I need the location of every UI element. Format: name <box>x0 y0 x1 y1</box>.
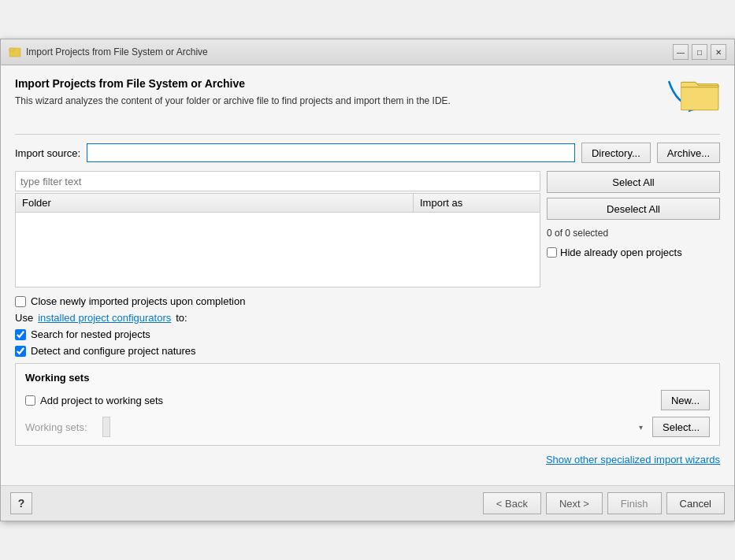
working-sets-label: Working sets: <box>25 421 96 433</box>
window-icon <box>9 46 21 58</box>
header-text-area: Import Projects from File System or Arch… <box>15 77 665 108</box>
directory-button[interactable]: Directory... <box>581 143 651 163</box>
nav-buttons: < Back Next > Finish Cancel <box>483 492 725 514</box>
import-source-label: Import source: <box>15 147 80 159</box>
col-folder: Folder <box>16 194 414 212</box>
close-button[interactable]: ✕ <box>711 44 726 60</box>
hide-open-row: Hide already open projects <box>547 247 720 258</box>
bottom-bar: ? < Back Next > Finish Cancel <box>1 485 734 521</box>
show-wizards-link[interactable]: Show other specialized import wizards <box>546 454 720 465</box>
table-header: Folder Import as <box>16 194 540 213</box>
right-panel: Select All Deselect All 0 of 0 selected … <box>547 171 720 287</box>
working-sets-dropdown[interactable] <box>102 417 110 437</box>
svg-rect-2 <box>681 83 718 109</box>
hide-open-label: Hide already open projects <box>560 247 682 258</box>
detect-option-row: Detect and configure project natures <box>15 345 720 357</box>
new-working-set-button[interactable]: New... <box>661 390 710 410</box>
header-description: This wizard analyzes the content of your… <box>15 95 665 108</box>
working-sets-add-row: Add project to working sets New... <box>25 390 710 410</box>
select-all-button[interactable]: Select All <box>547 171 720 193</box>
title-bar-left: Import Projects from File System or Arch… <box>9 46 208 58</box>
filter-input[interactable] <box>15 171 540 191</box>
cancel-button[interactable]: Cancel <box>666 492 725 514</box>
configurators-link[interactable]: installed project configurators <box>38 312 171 324</box>
selected-count: 0 of 0 selected <box>547 228 720 239</box>
next-button[interactable]: Next > <box>546 492 603 514</box>
hide-open-checkbox[interactable] <box>547 247 557 258</box>
archive-button[interactable]: Archive... <box>657 143 720 163</box>
search-label: Search for nested projects <box>31 328 150 340</box>
main-window: Import Projects from File System or Arch… <box>0 39 735 521</box>
use-suffix: to: <box>176 312 187 324</box>
select-working-set-button[interactable]: Select... <box>652 417 710 437</box>
close-label: Close newly imported projects upon compl… <box>31 295 245 307</box>
header-icon-area <box>665 77 720 124</box>
minimize-button[interactable]: — <box>673 44 689 60</box>
main-area: Folder Import as Select All Deselect All… <box>15 171 720 287</box>
table-container: Folder Import as <box>15 193 540 287</box>
detect-label: Detect and configure project natures <box>31 345 196 357</box>
dropdown-arrow-icon: ▾ <box>639 423 643 432</box>
svg-rect-1 <box>9 48 14 51</box>
maximize-button[interactable]: □ <box>692 44 707 60</box>
add-to-working-sets-checkbox[interactable] <box>25 395 35 406</box>
left-panel: Folder Import as <box>15 171 540 287</box>
col-import: Import as <box>414 194 540 212</box>
import-source-input[interactable] <box>87 143 575 162</box>
close-option-row: Close newly imported projects upon compl… <box>15 295 720 307</box>
add-working-sets-label: Add project to working sets <box>40 395 163 406</box>
working-sets-section: Working sets Add project to working sets… <box>15 363 720 446</box>
title-bar: Import Projects from File System or Arch… <box>1 39 734 65</box>
options-section: Close newly imported projects upon compl… <box>15 295 720 357</box>
finish-button[interactable]: Finish <box>607 492 662 514</box>
window-title: Import Projects from File System or Arch… <box>26 46 208 57</box>
working-sets-dropdown-wrapper: ▾ <box>102 417 646 437</box>
help-button[interactable]: ? <box>10 492 32 514</box>
search-option-row: Search for nested projects <box>15 328 720 340</box>
table-body <box>16 213 540 276</box>
import-source-row: Import source: Directory... Archive... <box>15 143 720 163</box>
detect-checkbox[interactable] <box>15 346 26 357</box>
deselect-all-button[interactable]: Deselect All <box>547 198 720 220</box>
working-sets-title: Working sets <box>25 372 710 384</box>
title-bar-controls: — □ ✕ <box>673 44 726 60</box>
back-button[interactable]: < Back <box>483 492 541 514</box>
dialog-content: Import Projects from File System or Arch… <box>1 65 734 485</box>
folder-icon <box>681 77 720 112</box>
close-checkbox[interactable] <box>15 296 26 307</box>
header-title: Import Projects from File System or Arch… <box>15 77 665 90</box>
use-prefix: Use <box>15 312 33 324</box>
show-wizards-row: Show other specialized import wizards <box>15 454 720 465</box>
header-section: Import Projects from File System or Arch… <box>15 77 720 135</box>
search-checkbox[interactable] <box>15 329 26 340</box>
use-configurators-row: Use installed project configurators to: <box>15 312 720 324</box>
working-sets-input-row: Working sets: ▾ Select... <box>25 417 710 437</box>
